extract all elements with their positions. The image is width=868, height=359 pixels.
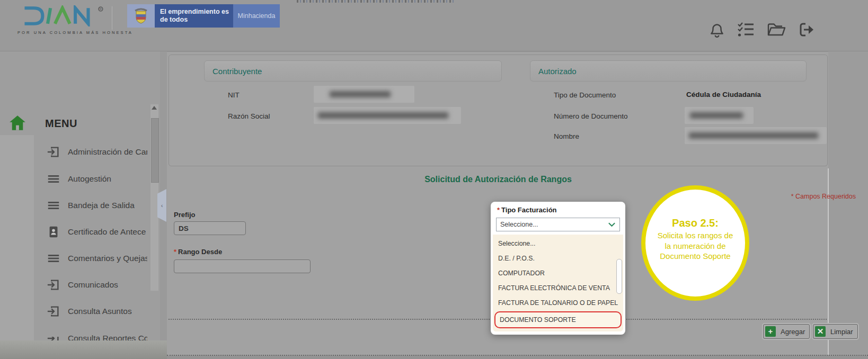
- dian-application-window: R POR UNA COLOMBIA MÁS HONESTA El empren…: [0, 0, 868, 359]
- sidebar-item-label: Certificado de Antece: [68, 227, 146, 237]
- dian-logo-icon: R: [17, 5, 113, 26]
- enter-icon: [47, 304, 60, 318]
- gov-colombia-banner[interactable]: El emprendimiento es de todos Minhaciend…: [127, 4, 280, 28]
- required-asterisk: *: [174, 248, 176, 256]
- limpiar-button[interactable]: ✕ Limpiar: [813, 324, 858, 339]
- razon-social-redacted-value: [314, 107, 461, 124]
- svg-text:R: R: [100, 7, 102, 11]
- numero-documento-label: Número de Documento: [554, 112, 628, 120]
- agregar-button-label: Agregar: [781, 328, 805, 336]
- notifications-bell-icon[interactable]: [709, 21, 725, 38]
- tipo-facturacion-popup: *Tipo Facturación Seleccione... Seleccio…: [491, 202, 625, 335]
- top-header: R POR UNA COLOMBIA MÁS HONESTA El empren…: [0, 0, 868, 51]
- tipo-documento-value: Cédula de Ciudadanía: [686, 91, 761, 98]
- sidebar-title: MENU: [45, 118, 77, 130]
- required-fields-note: * Campos Requeridos: [763, 193, 856, 200]
- selected-option-text: Seleccione...: [500, 221, 538, 228]
- contribuyente-section-header: Contribuyente: [204, 60, 502, 82]
- rango-desde-label: *Rango Desde: [174, 248, 222, 256]
- sign-out-icon[interactable]: [798, 22, 815, 38]
- sidebar-item-bandeja-de-salida[interactable]: Bandeja de Salida: [47, 198, 147, 213]
- sidebar-menu: MENU Administración de Car Autogestión: [0, 51, 160, 340]
- sidebar-item-label: Administración de Car: [68, 147, 147, 157]
- callout-title: Paso 2.5:: [645, 217, 745, 229]
- sidebar-item-comentarios-y-quejas[interactable]: Comentarios y Quejas: [47, 250, 147, 266]
- gov-banner-slogan: El emprendimiento es de todos: [155, 4, 233, 28]
- enter-icon: [47, 278, 60, 292]
- chevron-down-icon: [608, 222, 616, 227]
- option-factura-talonario[interactable]: FACTURA DE TALONARIO O DE PAPEL: [493, 295, 623, 310]
- sidebar-item-label: Consulta Asuntos: [68, 307, 132, 316]
- form-title: Solicitud de Autorización de Rangos: [169, 175, 828, 184]
- sidebar-item-label: Bandeja de Salida: [68, 201, 135, 210]
- autorizado-title: Autorizado: [538, 67, 577, 76]
- sidebar-vertical-scrollbar-thumb[interactable]: [151, 118, 159, 183]
- sidebar-item-autogestion[interactable]: Autogestión: [47, 171, 147, 187]
- limpiar-button-label: Limpiar: [830, 328, 853, 336]
- callout-line: Solicita los rangos de: [645, 230, 745, 241]
- option-seleccione[interactable]: Seleccione...: [493, 236, 623, 251]
- enter-icon: [47, 145, 60, 159]
- menu-lines-icon: [47, 199, 60, 212]
- option-factura-electronica[interactable]: FACTURA ELECTRÓNICA DE VENTA: [493, 281, 623, 295]
- nit-redacted-value: [314, 86, 414, 103]
- contribuyente-title: Contribuyente: [212, 67, 262, 76]
- sidebar-item-label: Autogestión: [68, 174, 111, 184]
- sidebar-item-label: Comentarios y Quejas: [68, 254, 147, 263]
- numero-documento-redacted-value: [685, 107, 754, 124]
- option-documento-soporte-highlighted[interactable]: DOCUMENTO SOPORTE: [494, 311, 622, 328]
- dian-tagline: POR UNA COLOMBIA MÁS HONESTA: [17, 30, 116, 35]
- nombre-label: Nombre: [554, 132, 579, 140]
- id-badge-icon: [47, 225, 60, 239]
- option-de-pos[interactable]: D.E. / P.O.S.: [493, 251, 623, 266]
- autorizado-section-header: Autorizado: [530, 60, 807, 82]
- rango-desde-input[interactable]: [174, 259, 311, 273]
- menu-lines-icon: [47, 172, 60, 186]
- gov-banner-ministry: Minhacienda: [233, 4, 280, 28]
- sidebar-item-comunicados[interactable]: Comunicados: [47, 277, 147, 293]
- agregar-button[interactable]: + Agregar: [763, 324, 810, 339]
- required-asterisk: *: [497, 206, 500, 214]
- prefijo-input[interactable]: [174, 221, 246, 235]
- clipped-page-title-fragment: [297, 0, 456, 3]
- bottom-strip: [167, 356, 868, 359]
- tipo-documento-label: Tipo de Documento: [554, 91, 616, 99]
- sidebar-icon-rail: [0, 135, 34, 359]
- scroll-up-arrow-icon[interactable]: [152, 106, 157, 110]
- menu-lines-icon: [47, 252, 60, 265]
- tipo-facturacion-option-list: Seleccione... D.E. / P.O.S. COMPUTADOR F…: [493, 235, 623, 331]
- nit-label: NIT: [228, 91, 240, 99]
- task-list-icon[interactable]: [737, 22, 755, 38]
- callout-line: Documento Soporte: [645, 251, 745, 262]
- right-margin-area: [828, 51, 868, 355]
- tipo-facturacion-select[interactable]: Seleccione...: [496, 218, 620, 231]
- prefijo-label: Prefijo: [174, 211, 195, 219]
- tipo-facturacion-label: *Tipo Facturación: [497, 206, 557, 214]
- option-computador[interactable]: COMPUTADOR: [493, 266, 623, 281]
- paso-2-5-callout: Paso 2.5: Solicita los rangos de la nume…: [641, 185, 749, 301]
- header-action-icons: [709, 21, 815, 38]
- x-icon: ✕: [815, 326, 826, 337]
- sidebar-item-label: Comunicados: [68, 280, 118, 290]
- callout-line: la numeración de: [645, 241, 745, 252]
- sidebar-item-consulta-asuntos[interactable]: Consulta Asuntos: [47, 303, 147, 319]
- home-icon[interactable]: [9, 114, 26, 131]
- colombia-coat-of-arms-icon: [127, 4, 155, 28]
- plus-icon: +: [765, 326, 776, 337]
- sidebar-collapse-tab[interactable]: ‹: [157, 189, 166, 222]
- header-divider: [112, 6, 112, 30]
- nombre-redacted-value: [685, 127, 827, 144]
- sidebar-footer-strip: [0, 340, 167, 359]
- dian-logo[interactable]: R POR UNA COLOMBIA MÁS HONESTA: [17, 5, 116, 35]
- razon-social-label: Razón Social: [228, 112, 270, 120]
- option-list-scrollbar-thumb[interactable]: [616, 259, 622, 294]
- open-folder-icon[interactable]: [766, 22, 786, 38]
- sidebar-item-administracion-de-cartera[interactable]: Administración de Car: [47, 144, 147, 160]
- sidebar-item-certificado-de-antecedentes[interactable]: Certificado de Antece: [47, 224, 147, 240]
